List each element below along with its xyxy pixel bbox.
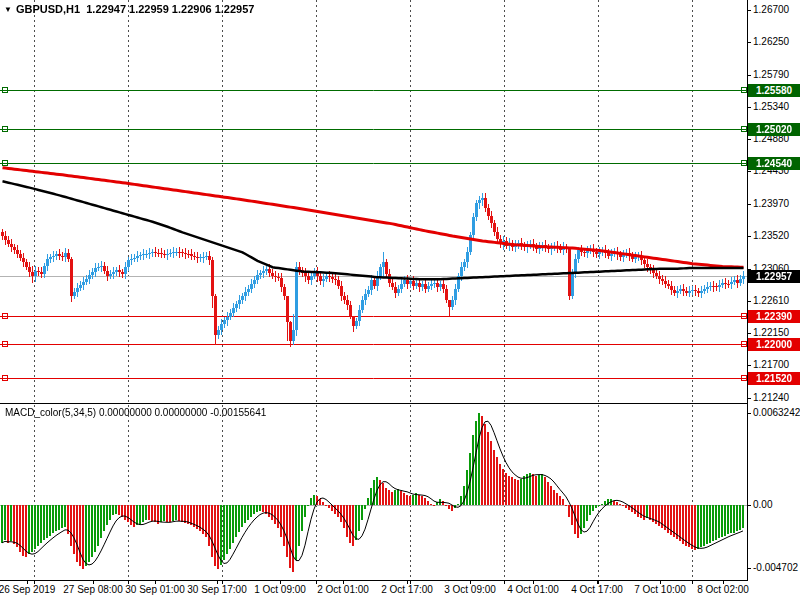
price-tick-mark xyxy=(747,365,751,366)
time-grid-tick xyxy=(128,581,129,584)
macd-tick-mark xyxy=(747,413,751,414)
macd-tick-mark xyxy=(747,568,751,569)
price-tick-mark xyxy=(747,171,751,172)
price-tick-mark xyxy=(747,333,751,334)
time-axis-label: 7 Oct 10:00 xyxy=(634,584,686,595)
time-axis-label: 3 Oct 09:00 xyxy=(444,584,496,595)
time-axis-label: 2 Oct 17:00 xyxy=(381,584,433,595)
price-tick-label: 1.22150 xyxy=(753,327,789,338)
time-axis-label: 30 Sep 01:00 xyxy=(125,584,185,595)
price-tick-label: 1.26250 xyxy=(753,36,789,47)
time-tick-mark xyxy=(280,581,281,584)
symbol-timeframe-label: GBPUSD,H1 xyxy=(16,3,80,15)
time-axis-label: 4 Oct 01:00 xyxy=(507,584,559,595)
time-tick-mark xyxy=(27,581,28,584)
price-tick-label: 1.25790 xyxy=(753,69,789,80)
time-axis-label: 30 Sep 17:00 xyxy=(187,584,247,595)
price-tick-mark xyxy=(747,10,751,11)
price-tick-label: 1.21240 xyxy=(753,392,789,403)
time-axis-line xyxy=(0,580,748,581)
macd-tick-label: 0.00 xyxy=(753,499,772,510)
resistance-level-badge: 1.25020 xyxy=(748,123,800,136)
price-tick-mark xyxy=(747,236,751,237)
time-tick-mark xyxy=(470,581,471,584)
time-axis-label: 26 Sep 2019 xyxy=(0,584,55,595)
trading-chart-window: ▼GBPUSD,H1 1.22947 1.22959 1.22906 1.229… xyxy=(0,0,800,600)
time-grid-tick xyxy=(410,581,411,584)
support-level-badge: 1.21520 xyxy=(748,372,800,385)
macd-pane-canvas[interactable] xyxy=(0,405,748,580)
time-tick-mark xyxy=(93,581,94,584)
time-tick-mark xyxy=(660,581,661,584)
price-chart-canvas[interactable] xyxy=(0,0,748,403)
ohlc-values: 1.22947 1.22959 1.22906 1.22957 xyxy=(86,3,254,15)
price-tick-mark xyxy=(747,204,751,205)
time-grid-tick xyxy=(316,581,317,584)
time-axis-label: 4 Oct 17:00 xyxy=(571,584,623,595)
price-tick-label: 1.23520 xyxy=(753,230,789,241)
time-grid-tick xyxy=(504,581,505,584)
price-tick-label: 1.21700 xyxy=(753,359,789,370)
time-axis-label: 1 Oct 09:00 xyxy=(254,584,306,595)
pane-separator[interactable] xyxy=(0,403,748,404)
price-tick-mark xyxy=(747,107,751,108)
price-tick-label: 1.22610 xyxy=(753,295,789,306)
price-tick-label: 1.23970 xyxy=(753,198,789,209)
price-tick-mark xyxy=(747,75,751,76)
time-tick-mark xyxy=(723,581,724,584)
time-tick-mark xyxy=(407,581,408,584)
price-tick-label: 1.26700 xyxy=(753,4,789,15)
macd-tick-mark xyxy=(747,505,751,506)
price-tick-mark xyxy=(747,398,751,399)
time-grid-tick xyxy=(692,581,693,584)
time-grid-tick xyxy=(598,581,599,584)
time-tick-mark xyxy=(533,581,534,584)
time-axis-label: 27 Sep 08:00 xyxy=(63,584,123,595)
resistance-level-badge: 1.24540 xyxy=(748,157,800,170)
support-level-badge: 1.22390 xyxy=(748,310,800,323)
time-axis-label: 8 Oct 02:00 xyxy=(697,584,749,595)
time-tick-mark xyxy=(343,581,344,584)
resistance-level-badge: 1.25580 xyxy=(748,84,800,97)
price-tick-label: 1.25340 xyxy=(753,101,789,112)
time-tick-mark xyxy=(217,581,218,584)
chart-title: ▼GBPUSD,H1 1.22947 1.22959 1.22906 1.229… xyxy=(4,3,254,15)
time-tick-mark xyxy=(155,581,156,584)
indicator-label: MACD_color(5,34,5) 0.00000000 0.00000000… xyxy=(5,407,266,418)
price-tick-mark xyxy=(747,139,751,140)
support-level-badge: 1.22000 xyxy=(748,338,800,351)
time-grid-tick xyxy=(222,581,223,584)
current-price-badge: 1.22957 xyxy=(748,270,800,283)
price-tick-mark xyxy=(747,301,751,302)
macd-tick-label: 0.0063242 xyxy=(753,407,800,418)
time-axis-label: 2 Oct 01:00 xyxy=(317,584,369,595)
collapse-arrow-icon[interactable]: ▼ xyxy=(4,5,12,14)
price-tick-mark xyxy=(747,42,751,43)
time-grid-tick xyxy=(34,581,35,584)
macd-tick-label: -0.004702 xyxy=(753,562,798,573)
